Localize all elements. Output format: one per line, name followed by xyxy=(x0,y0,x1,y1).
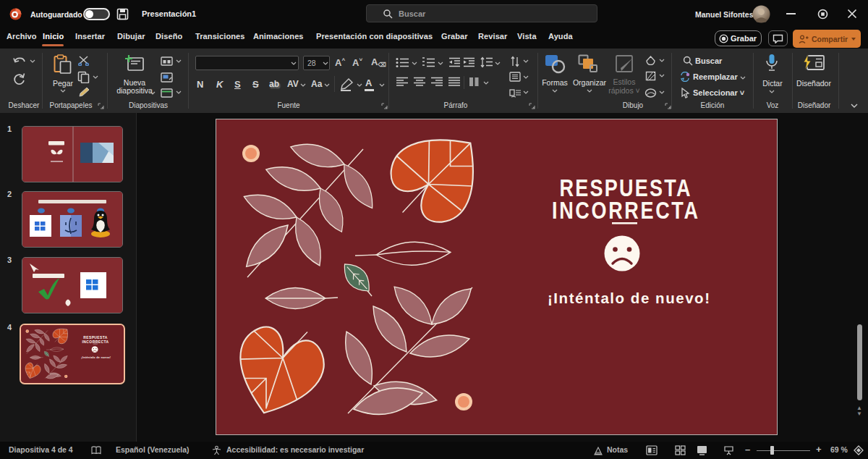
svg-text:¡Inténtalo de nuevo!: ¡Inténtalo de nuevo! xyxy=(548,290,710,306)
